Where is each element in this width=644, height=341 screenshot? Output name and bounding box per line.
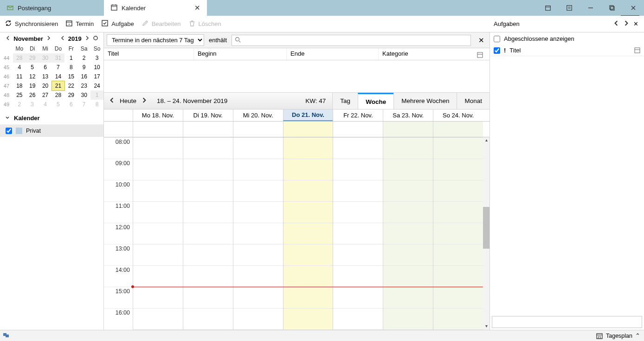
minical-day[interactable]: 1 <box>90 90 103 100</box>
calendars-header[interactable]: Kalender <box>0 112 103 125</box>
grid-column[interactable] <box>283 137 333 330</box>
minical-day[interactable]: 10 <box>90 63 103 72</box>
grid-column[interactable] <box>233 137 283 330</box>
minical-day[interactable]: 5 <box>52 100 65 109</box>
day-header[interactable]: Mo 18. Nov. <box>133 109 183 121</box>
minical-day[interactable]: 18 <box>13 81 26 90</box>
minical-day[interactable]: 25 <box>13 90 26 100</box>
minical-day[interactable]: 24 <box>90 81 103 90</box>
minical-day[interactable]: 19 <box>26 81 39 90</box>
allday-cell[interactable] <box>383 122 433 137</box>
grid-column[interactable] <box>133 137 183 330</box>
minical-day[interactable]: 21 <box>52 81 65 90</box>
mini-calendar[interactable]: MoDiMiDoFrSaSo44282930311234545678910461… <box>0 44 103 109</box>
allday-cell[interactable] <box>433 122 483 137</box>
tasks-col-checkbox[interactable] <box>494 47 500 54</box>
new-task-input[interactable] <box>492 316 642 328</box>
day-header[interactable]: Mi 20. Nov. <box>233 109 283 121</box>
minical-day[interactable]: 3 <box>90 53 103 63</box>
grid-column[interactable] <box>333 137 383 330</box>
minical-day[interactable]: 7 <box>77 100 90 109</box>
day-header[interactable]: Di 19. Nov. <box>183 109 233 121</box>
minical-day[interactable]: 7 <box>52 63 65 72</box>
next-month-icon[interactable] <box>46 35 52 42</box>
minical-day[interactable]: 16 <box>77 72 90 81</box>
day-header[interactable]: Do 21. Nov. <box>283 109 333 121</box>
minical-day[interactable]: 8 <box>64 63 77 72</box>
sync-button[interactable]: Synchronisieren <box>5 19 58 28</box>
grid-column[interactable] <box>383 137 433 330</box>
minical-day[interactable]: 28 <box>52 90 65 100</box>
allday-row[interactable] <box>104 122 489 137</box>
minical-day[interactable]: 29 <box>64 90 77 100</box>
minical-day[interactable]: 5 <box>26 63 39 72</box>
day-header[interactable]: Sa 23. Nov. <box>383 109 433 121</box>
tab-inbox[interactable]: Posteingang <box>0 0 104 16</box>
window-close[interactable] <box>623 5 644 11</box>
show-completed-row[interactable]: Abgeschlossene anzeigen <box>490 32 644 45</box>
dayplan-toggle[interactable]: 21 Tagesplan ⌃ <box>592 332 644 340</box>
col-begin[interactable]: Beginn <box>194 48 287 60</box>
view-month-button[interactable]: Monat <box>457 93 489 109</box>
prev-month-icon[interactable] <box>5 35 11 42</box>
col-title[interactable]: Titel <box>104 48 194 60</box>
day-header[interactable]: Fr 22. Nov. <box>333 109 383 121</box>
minical-day[interactable]: 2 <box>13 100 26 109</box>
view-day-button[interactable]: Tag <box>332 93 358 109</box>
day-header[interactable]: So 24. Nov. <box>433 109 483 121</box>
minical-day[interactable]: 2 <box>77 53 90 63</box>
minical-day[interactable]: 31 <box>52 53 65 63</box>
minical-day[interactable]: 20 <box>39 81 52 90</box>
grid-cells[interactable] <box>133 137 483 330</box>
clear-filter-button[interactable]: ✕ <box>476 36 487 45</box>
show-completed-checkbox[interactable] <box>494 36 500 42</box>
column-settings-icon[interactable] <box>477 52 483 58</box>
tasks-close-icon[interactable]: ✕ <box>631 20 640 27</box>
window-minimize[interactable] <box>580 5 601 11</box>
prev-week-icon[interactable] <box>109 97 115 105</box>
minical-day[interactable]: 28 <box>13 53 26 63</box>
window-maximize[interactable] <box>601 5 623 11</box>
prev-year-icon[interactable] <box>60 35 65 42</box>
allday-cell[interactable] <box>283 122 333 137</box>
tasks-prev-icon[interactable] <box>611 20 621 28</box>
calendar-item-checkbox[interactable] <box>6 128 12 134</box>
minical-day[interactable]: 27 <box>39 90 52 100</box>
col-category[interactable]: Kategorie <box>379 48 489 60</box>
scroll-thumb[interactable] <box>483 207 489 249</box>
minical-day[interactable]: 15 <box>64 72 77 81</box>
calendar-item-privat[interactable]: Privat <box>0 125 103 137</box>
minical-day[interactable]: 22 <box>64 81 77 90</box>
minical-day[interactable]: 30 <box>77 90 90 100</box>
minical-day[interactable]: 29 <box>26 53 39 63</box>
minical-day[interactable]: 9 <box>77 63 90 72</box>
minical-day[interactable]: 6 <box>64 100 77 109</box>
minical-day[interactable]: 14 <box>52 72 65 81</box>
scroll-down-icon[interactable]: ▾ <box>483 323 489 330</box>
grid-column[interactable] <box>183 137 233 330</box>
minical-day[interactable]: 11 <box>13 72 26 81</box>
titlebar-tasks-icon[interactable] <box>559 5 580 11</box>
new-task-button[interactable]: Aufgabe <box>101 19 134 28</box>
minical-day[interactable]: 13 <box>39 72 52 81</box>
grid-column[interactable] <box>433 137 483 330</box>
minical-day[interactable]: 1 <box>64 53 77 63</box>
titlebar-calendar-icon[interactable] <box>537 5 559 11</box>
allday-cell[interactable] <box>133 122 183 137</box>
minical-day[interactable]: 4 <box>13 63 26 72</box>
minical-day[interactable]: 23 <box>77 81 90 90</box>
tasks-next-icon[interactable] <box>621 20 631 28</box>
minical-day[interactable]: 3 <box>26 100 39 109</box>
minical-day[interactable]: 12 <box>26 72 39 81</box>
scroll-up-icon[interactable]: ▴ <box>483 137 489 144</box>
search-input[interactable] <box>241 37 468 44</box>
week-grid[interactable]: 08:0009:0010:0011:0012:0013:0014:0015:00… <box>104 137 489 330</box>
minical-day[interactable]: 8 <box>90 100 103 109</box>
today-button[interactable]: Heute <box>120 97 136 104</box>
view-week-button[interactable]: Woche <box>358 93 393 109</box>
col-end[interactable]: Ende <box>287 48 379 60</box>
next-year-icon[interactable] <box>84 35 90 42</box>
status-left-icon[interactable] <box>0 332 12 340</box>
allday-cell[interactable] <box>333 122 383 137</box>
tab-close-icon[interactable]: ✕ <box>162 4 200 12</box>
